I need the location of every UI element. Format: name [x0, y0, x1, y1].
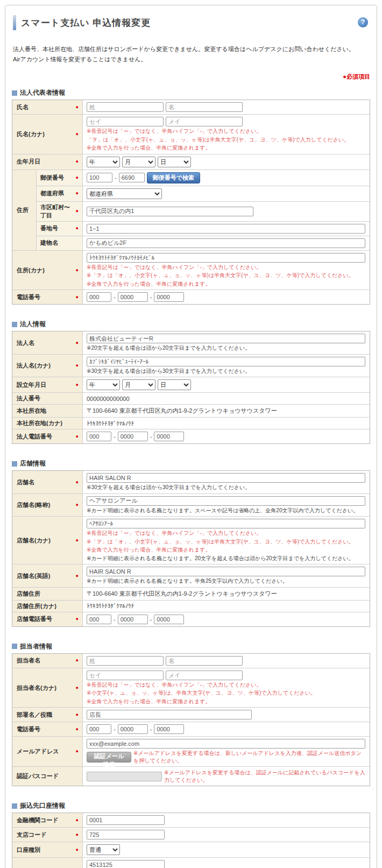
- note: ※全角で入力を行った場合、半角に変換されます。: [87, 698, 366, 705]
- section-heading-bank: 振込先口座情報: [12, 801, 370, 810]
- label-city: 市区町村〜丁目: [40, 203, 76, 220]
- note: ※メールアドレスを変更する場合は、新しいメールアドレスを入力後、認証メール送信ボ…: [133, 750, 366, 764]
- label-passcode: 認証パスコード: [17, 772, 59, 780]
- shop-phone3-input[interactable]: [154, 615, 184, 624]
- label-shop-addr: 店舗住所: [17, 590, 40, 598]
- intro-line-1: 法人番号、本社所在地、店舗住所はサロンボードから変更できません。変更する場合はヘ…: [13, 44, 370, 54]
- street-input[interactable]: [87, 224, 365, 234]
- row-rep-name: 氏名●: [12, 100, 370, 114]
- corp-phone3-input[interactable]: [154, 432, 184, 441]
- zip1-input[interactable]: [87, 173, 112, 182]
- contact-phone2-input[interactable]: [118, 724, 148, 734]
- row-shop-kana: 店舗名(カナ)● ※長音記号は「ー」ではなく、半角ハイフン「-」で入力してくださ…: [12, 516, 370, 564]
- rep-first-kana-input[interactable]: [166, 117, 243, 126]
- section-marker-icon: [12, 322, 17, 327]
- zip-search-button[interactable]: 郵便番号で検索: [147, 172, 200, 184]
- help-icon[interactable]: ?: [358, 17, 368, 27]
- note: ※30文字を超える場合は頭から30文字目までを入力してください。: [87, 484, 366, 491]
- section-marker-icon: [12, 803, 17, 809]
- row-rep-phone: 電話番号● - -: [12, 290, 370, 304]
- label-corp-number: 法人番号: [17, 394, 40, 403]
- row-founded: 設立年月日● 年 月 日: [12, 377, 370, 392]
- pref-select[interactable]: 都道府県: [87, 188, 162, 199]
- label-corp-phone: 法人電話番号: [17, 433, 52, 441]
- required-icon: ●: [76, 191, 79, 196]
- city-input[interactable]: [87, 207, 253, 216]
- note: ※メールアドレスを変更する場合は、認証メールに記載されているパスコードを入力して…: [164, 769, 366, 784]
- hq-addr-value: 〒100-6640 東京都千代田区丸の内1-9-2グラントウキョウサウスタワー: [87, 407, 366, 415]
- rep-first-name-input[interactable]: [166, 102, 243, 112]
- addr-kana-input[interactable]: [87, 253, 365, 263]
- birth-day-select[interactable]: 日: [158, 157, 191, 167]
- label-shop-addr-kana: 店舗住所(カナ): [17, 602, 56, 610]
- required-icon: ●: [76, 132, 79, 137]
- passcode-input[interactable]: [87, 772, 162, 781]
- required-icon: ●: [76, 295, 79, 300]
- contact-phone3-input[interactable]: [154, 724, 184, 734]
- birth-year-select[interactable]: 年: [87, 157, 120, 167]
- label-address: 住所: [12, 170, 37, 250]
- building-input[interactable]: [87, 238, 365, 248]
- row-corp-name: 法人名● ※20文字を超える場合は頭から20文字目までを入力してください。: [12, 331, 370, 354]
- shop-phone2-input[interactable]: [118, 615, 148, 624]
- note: ※カード明細に表示される名義となります。スペースや記号は省略の上、全角20文字以…: [87, 507, 366, 514]
- row-street: 番地号●: [37, 221, 370, 236]
- shop-kana-input[interactable]: [87, 519, 365, 528]
- section-marker-icon: [12, 644, 17, 649]
- zip2-input[interactable]: [119, 173, 145, 182]
- note: ※全角で入力を行った場合、半角に変換されます。: [87, 144, 366, 152]
- shop-en-input[interactable]: [87, 567, 365, 576]
- rep-phone1-input[interactable]: [87, 292, 111, 302]
- contact-first-kana-input[interactable]: [166, 671, 243, 680]
- required-icon: ●: [76, 503, 79, 507]
- email-input[interactable]: [87, 739, 365, 749]
- rep-last-name-input[interactable]: [87, 102, 164, 112]
- rep-last-kana-input[interactable]: [87, 117, 164, 126]
- label-shop-en: 店舗名(英語): [17, 572, 50, 580]
- shop-short-input[interactable]: [87, 496, 365, 506]
- shop-addr-value: 〒100-6640 東京都千代田区丸の内1-9-2グラントウキョウサウスタワー: [87, 590, 366, 598]
- required-icon: ●: [76, 686, 79, 690]
- birth-month-select[interactable]: 月: [122, 157, 155, 167]
- required-legend: ●必須項目: [12, 73, 370, 81]
- note: ※長音記号は「ー」ではなく、半角ハイフン「-」で入力してください。: [87, 264, 366, 271]
- page-frame: スマート支払い 申込情報変更 ? 法人番号、本社所在地、店舗住所はサロンボードか…: [5, 5, 377, 868]
- founded-year-select[interactable]: 年: [87, 379, 120, 390]
- label-rep-birth: 生年月日: [17, 158, 40, 166]
- acct-type-select[interactable]: 普通: [87, 844, 120, 855]
- corp-kana-input[interactable]: [87, 357, 365, 366]
- bank-code-input[interactable]: [87, 815, 165, 825]
- founded-month-select[interactable]: 月: [122, 379, 155, 390]
- required-icon: ●: [76, 383, 79, 387]
- row-pref: 都道府県● 都道府県: [37, 186, 370, 201]
- corp-phone2-input[interactable]: [118, 432, 148, 441]
- branch-code-input[interactable]: [87, 830, 165, 839]
- label-hq-kana: 本社所在地(カナ): [17, 419, 62, 427]
- row-corp-phone: 法人電話番号● - -: [12, 429, 370, 443]
- acct-no-input[interactable]: [87, 860, 165, 868]
- bank-table: 金融機関コード● 支店コード● 口座種別● 普通 口座番号● ※7桁以外の口座番…: [12, 813, 370, 868]
- label-email: メールアドレス: [17, 747, 59, 756]
- founded-day-select[interactable]: 日: [158, 379, 191, 390]
- corp-name-input[interactable]: [87, 334, 365, 343]
- row-acct-no: 口座番号● ※7桁以外の口座番号をお持ちの方の際は、前に0(ゼロ)を付け足して、…: [12, 857, 370, 868]
- hq-kana-value: ﾄｳｷﾖｳﾄﾁﾖﾀﾞｸﾏﾙﾉｳﾁ: [87, 420, 366, 427]
- required-icon: ●: [76, 848, 79, 852]
- label-corp-kana: 法人名(カナ): [17, 362, 51, 370]
- contact-first-name-input[interactable]: [166, 656, 243, 666]
- note: ※小文字(ャ、ュ、ョ、ッ、ヶ等)は、半角大文字(ヤ、ユ、ヨ、ツ、ケ等)で入力して…: [87, 689, 366, 697]
- contact-last-name-input[interactable]: [87, 656, 164, 666]
- corp-phone1-input[interactable]: [87, 432, 111, 441]
- dept-input[interactable]: [87, 710, 252, 719]
- rep-phone3-input[interactable]: [154, 292, 184, 302]
- contact-last-kana-input[interactable]: [87, 671, 164, 680]
- label-addr-kana: 住所(カナ): [17, 266, 45, 274]
- rep-phone2-input[interactable]: [118, 292, 148, 302]
- shop-name-input[interactable]: [87, 473, 365, 483]
- contact-phone1-input[interactable]: [87, 724, 111, 734]
- auth-mail-send-button[interactable]: 認証メール送信: [87, 752, 131, 763]
- section-heading-shop: 店舗情報: [12, 459, 370, 468]
- note: ※カード明細に表示される名義となります。20文字を超える場合は頭から20文字目ま…: [87, 555, 366, 562]
- shop-phone1-input[interactable]: [87, 615, 111, 624]
- row-shop-name: 店舗名● ※30文字を超える場合は頭から30文字目までを入力してください。: [12, 471, 370, 493]
